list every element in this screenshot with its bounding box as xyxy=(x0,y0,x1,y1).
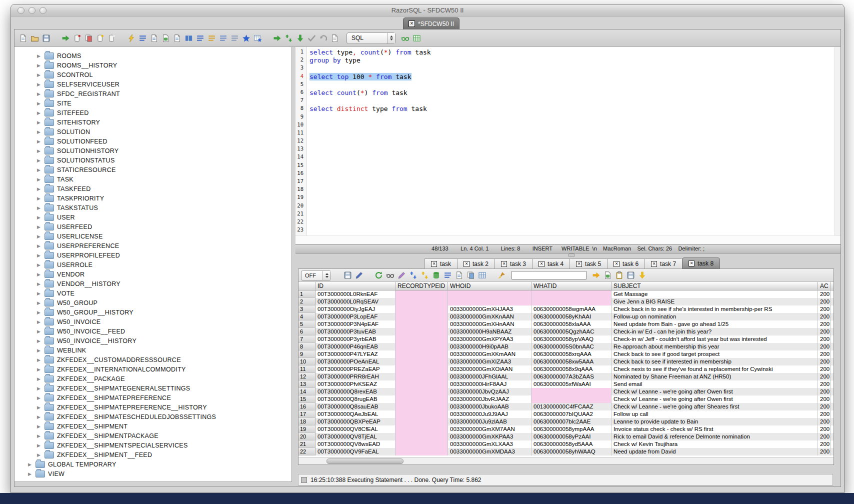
table-cell[interactable]: 0033000000GmXM7AAN xyxy=(448,426,532,433)
edit-cell-icon[interactable] xyxy=(397,270,406,280)
table-cell[interactable] xyxy=(396,298,448,306)
row-number-cell[interactable]: 19 xyxy=(298,426,316,433)
table-cell[interactable]: 0033000000GmXKmAAN xyxy=(448,350,532,358)
table-cell[interactable] xyxy=(532,290,612,298)
table-cell[interactable]: 200 xyxy=(818,290,831,298)
tree-item-vote[interactable]: ▶VOTE xyxy=(14,288,292,298)
table-cell[interactable]: Check nexis to see if they've found a re… xyxy=(612,366,818,373)
table-cell[interactable]: 00T3000000L0RqSEAV xyxy=(316,298,396,306)
editor-line[interactable]: 4select top 100 * from task xyxy=(296,73,834,81)
table-cell[interactable]: 200 xyxy=(818,418,831,426)
table-cell[interactable]: 200 xyxy=(818,306,831,313)
tree-item-taskfeed[interactable]: ▶TASKFEED xyxy=(14,184,292,194)
table-cell[interactable]: 006300000058yhWAAQ xyxy=(532,448,612,456)
tree-item-taskpriority[interactable]: ▶TASKPRIORITY xyxy=(14,194,292,203)
log-icon[interactable] xyxy=(330,34,340,43)
table-cell[interactable]: 0033000000GmXHJAA3 xyxy=(448,306,532,313)
tree-item-sitefeed[interactable]: ▶SITEFEED xyxy=(14,108,292,118)
table-cell[interactable]: 200 xyxy=(818,440,831,448)
editor-line[interactable]: 15 xyxy=(296,162,834,170)
table-cell[interactable]: 200 xyxy=(818,366,831,373)
editor-line[interactable]: 6select count(*) from task xyxy=(296,89,834,97)
table-cell[interactable]: 0033000000H9i0pAAB xyxy=(448,343,532,350)
tree-item-task[interactable]: ▶TASK xyxy=(14,174,292,184)
insert-row-icon[interactable] xyxy=(408,270,418,280)
row-number-cell[interactable]: 22 xyxy=(298,448,316,456)
row-number-cell[interactable]: 10 xyxy=(298,358,316,366)
table-cell[interactable] xyxy=(448,290,532,298)
row-number-cell[interactable]: 15 xyxy=(298,396,316,403)
tree-item-solutionstatus[interactable]: ▶SOLUTIONSTATUS xyxy=(14,156,292,165)
table-cell[interactable]: 200 xyxy=(818,298,831,306)
expand-triangle-icon[interactable]: ▶ xyxy=(37,224,42,230)
indent-icon[interactable] xyxy=(207,34,216,43)
table-cell[interactable]: 006300000058xlaAAA xyxy=(532,320,612,328)
expand-triangle-icon[interactable]: ▶ xyxy=(37,396,42,400)
table-cell[interactable]: 00T3000000PfvKSEAZ xyxy=(316,380,396,388)
expand-triangle-icon[interactable]: ▶ xyxy=(37,158,42,163)
tree-item-site[interactable]: ▶SITE xyxy=(14,98,292,108)
copy-results-icon[interactable] xyxy=(466,270,476,280)
row-number-cell[interactable]: 7 xyxy=(298,336,316,343)
table-cell[interactable]: 00T3000000Q8rugEAB xyxy=(316,396,396,403)
execute-fetch-icon[interactable] xyxy=(284,34,294,43)
expand-triangle-icon[interactable]: ▶ xyxy=(37,310,42,315)
table-cell[interactable]: Re-approach about membership this year xyxy=(612,343,818,350)
table-row[interactable]: 600T3000000P3tuvEAB0033000000H9aNBAAZ006… xyxy=(298,328,834,336)
align-icon[interactable] xyxy=(218,34,228,43)
table-row[interactable]: 1500T3000000Q8rugEAB0033000000JbvRJAAZCh… xyxy=(298,396,834,403)
table-cell[interactable] xyxy=(396,343,448,350)
expand-triangle-icon[interactable]: ▶ xyxy=(37,234,42,239)
close-result-tab-icon[interactable]: ✕ xyxy=(431,261,437,267)
table-cell[interactable] xyxy=(396,433,448,440)
table-cell[interactable]: 006300000058xw5AAA xyxy=(532,358,612,366)
table-cell[interactable] xyxy=(396,440,448,448)
table-cell[interactable]: Check back to see if interested in membe… xyxy=(612,358,818,366)
table-cell[interactable]: 0033000000GmXMDAA3 xyxy=(448,448,532,456)
execute-all-icon[interactable] xyxy=(400,34,410,43)
editor-line[interactable]: 13 xyxy=(296,146,834,154)
row-number-cell[interactable]: 4 xyxy=(298,313,316,320)
column-header-RECORDTYPEID[interactable]: RECORDTYPEID xyxy=(396,282,448,290)
splitter-grip[interactable] xyxy=(568,254,575,257)
row-number-cell[interactable]: 2 xyxy=(298,298,316,306)
row-number-cell[interactable]: 12 xyxy=(298,373,316,380)
tree-item-w50-invoice-history[interactable]: ▶W50_INVOICE__HISTORY xyxy=(14,336,292,346)
table-cell[interactable]: 0033000000H9aNBAAZ xyxy=(448,328,532,336)
tree-item-zkfedex-shipmatepreference[interactable]: ▶ZKFEDEX__SHIPMATEPREFERENCE xyxy=(14,393,292,402)
expand-triangle-icon[interactable]: ▶ xyxy=(28,462,32,467)
table-cell[interactable]: 0033000000GmXHnAAN xyxy=(448,320,532,328)
tree-item-userrole[interactable]: ▶USERROLE xyxy=(14,260,292,270)
save-results-icon[interactable] xyxy=(343,270,352,280)
table-cell[interactable]: 0033000000GmXOiAAN xyxy=(448,366,532,373)
result-tab-task-2[interactable]: ✕task 2 xyxy=(457,258,494,269)
table-cell[interactable] xyxy=(396,403,448,410)
table-row[interactable]: 400T3000000P3LopEAF0033000000GmXKnAAN006… xyxy=(298,313,834,320)
table-cell[interactable]: Check w/ Leanne - we're going after Owen… xyxy=(612,388,818,396)
column-header-SUBJECT[interactable]: SUBJECT xyxy=(612,282,818,290)
table-cell[interactable]: 006300000058yKhAAI xyxy=(532,313,612,320)
table-cell[interactable]: Follow-up on nomination xyxy=(612,313,818,320)
editor-line[interactable]: 11 xyxy=(296,130,834,138)
results-horizontal-scrollbar[interactable] xyxy=(298,457,834,464)
table-row[interactable]: 1900T3000000QV8CfEAL0033000000GmXM7AAN00… xyxy=(298,426,834,433)
table-cell[interactable]: 006300000058xrqAAA xyxy=(532,350,612,358)
column-info-icon[interactable] xyxy=(454,270,464,280)
table-cell[interactable]: 00630000007bIQUAA2 xyxy=(532,410,612,418)
editor-line[interactable]: 23 xyxy=(296,226,834,234)
expand-triangle-icon[interactable]: ▶ xyxy=(37,63,42,68)
row-number-cell[interactable]: 17 xyxy=(298,410,316,418)
dropdown-stepper-icon[interactable] xyxy=(322,271,330,280)
table-cell[interactable]: 0033000000GmXLXAA3 xyxy=(448,440,532,448)
table-cell[interactable]: 006300000058ympAAA xyxy=(532,426,612,433)
row-number-cell[interactable]: 8 xyxy=(298,343,316,350)
table-cell[interactable]: 0013000000C4fFCAAZ xyxy=(532,403,612,410)
expand-triangle-icon[interactable]: ▶ xyxy=(37,215,42,220)
format-sql-icon[interactable] xyxy=(196,34,205,43)
table-cell[interactable]: 200 xyxy=(818,426,831,433)
export-data-icon[interactable] xyxy=(161,34,170,43)
table-cell[interactable]: 00T3000000Q8sauEAB xyxy=(316,403,396,410)
tree-item-selfserviceuser[interactable]: ▶SELFSERVICEUSER xyxy=(14,80,292,89)
table-cell[interactable]: 00630000007blc2AAE xyxy=(532,418,612,426)
editor-line[interactable]: 22 xyxy=(296,218,834,226)
